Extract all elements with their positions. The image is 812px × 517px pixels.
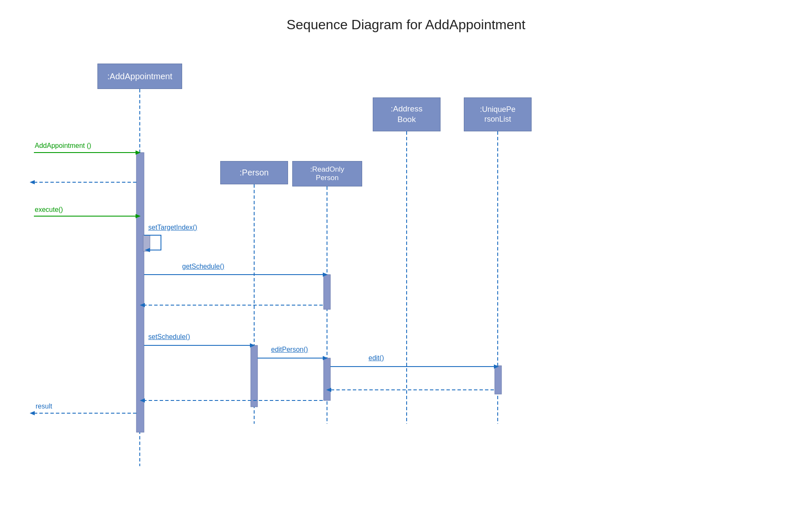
- msg-edit: edit(): [369, 354, 384, 362]
- lifeline-add-appointment: :AddAppointment: [97, 64, 182, 89]
- msg-set-target-index: setTargetIndex(): [148, 224, 197, 231]
- svg-marker-14: [30, 180, 35, 184]
- svg-marker-17: [145, 248, 150, 252]
- svg-rect-5: [136, 153, 144, 432]
- svg-marker-21: [140, 303, 145, 307]
- lifeline-readonly-person: :ReadOnlyPerson: [292, 161, 362, 186]
- lifeline-person: :Person: [220, 161, 288, 184]
- svg-rect-8: [251, 345, 258, 407]
- lifeline-address-book: :AddressBook: [373, 97, 441, 131]
- diagram-title: Sequence Diagram for AddAppointment: [0, 17, 812, 33]
- svg-marker-16: [136, 214, 141, 218]
- svg-marker-29: [326, 388, 331, 392]
- msg-add-appointment: AddAppointment (): [35, 142, 91, 150]
- msg-result: result: [36, 403, 52, 410]
- svg-marker-31: [140, 398, 145, 403]
- svg-marker-19: [323, 272, 328, 277]
- svg-marker-25: [323, 356, 328, 360]
- svg-rect-10: [495, 366, 502, 394]
- svg-marker-23: [250, 343, 255, 347]
- msg-get-schedule: getSchedule(): [182, 263, 224, 270]
- msg-edit-person: editPerson(): [271, 346, 308, 353]
- svg-marker-27: [494, 364, 499, 369]
- msg-execute: execute(): [35, 206, 63, 214]
- svg-rect-7: [324, 275, 330, 309]
- svg-rect-9: [324, 358, 330, 400]
- msg-set-schedule: setSchedule(): [148, 333, 190, 341]
- lifeline-unique-person-list: :UniquePersonList: [464, 97, 532, 131]
- svg-rect-6: [143, 235, 150, 251]
- svg-marker-12: [136, 150, 141, 155]
- diagram-container: Sequence Diagram for AddAppointment: [0, 0, 812, 517]
- svg-marker-33: [30, 411, 35, 415]
